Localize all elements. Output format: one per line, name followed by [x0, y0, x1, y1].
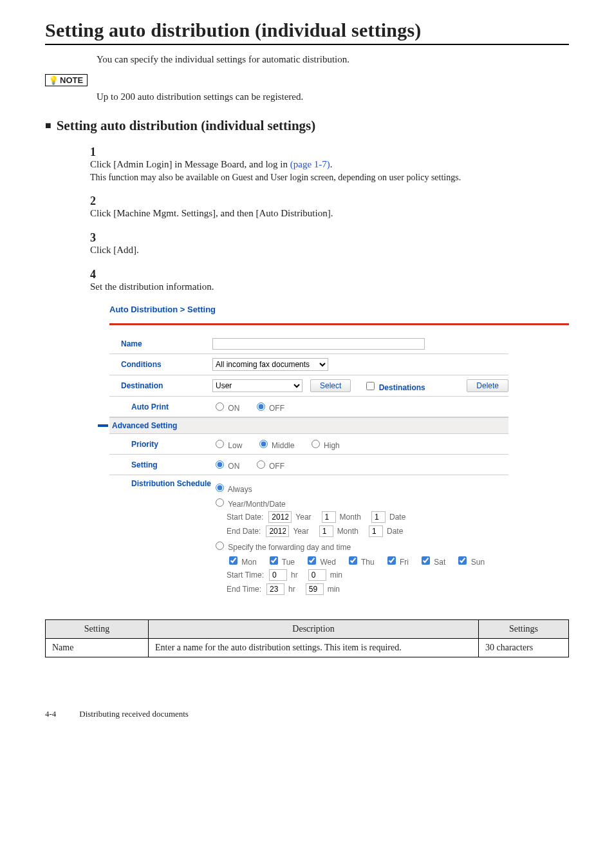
note-label: NOTE — [60, 75, 83, 85]
collapse-icon[interactable] — [98, 424, 108, 427]
delete-button[interactable]: Delete — [467, 379, 508, 392]
breadcrumb: Auto Distribution > Setting — [109, 305, 569, 314]
cell-description: Enter a name for the auto distribution s… — [149, 639, 479, 657]
page-number: 4-4 — [45, 709, 77, 719]
low-label: Low — [228, 441, 242, 450]
auto-distribution-form: Auto Distribution > Setting Name Conditi… — [109, 305, 569, 601]
day-thu-checkbox[interactable] — [349, 556, 357, 565]
step-1: 1 Click [Admin Login] in Message Board, … — [90, 146, 569, 183]
sun-label: Sun — [471, 558, 485, 567]
row-setting: Setting ON OFF — [109, 455, 508, 475]
off-label: OFF — [269, 404, 284, 413]
end-day-input[interactable] — [369, 525, 383, 537]
conditions-select[interactable]: All incoming fax documents — [212, 358, 328, 371]
ymd-label: Year/Month/Date — [228, 500, 286, 509]
th-settings: Settings — [479, 620, 569, 639]
page-ref-link[interactable]: (page 1-7) — [290, 159, 330, 169]
label-schedule: Distribution Schedule — [109, 479, 212, 488]
th-description: Description — [149, 620, 479, 639]
schedule-always-radio[interactable] — [216, 484, 224, 492]
label-destination: Destination — [109, 381, 212, 390]
row-priority: Priority Low Middle High — [109, 434, 508, 455]
destination-select[interactable]: User — [212, 379, 302, 392]
label-advanced: Advanced Setting — [112, 421, 177, 430]
step-3: 3 Click [Add]. — [90, 231, 569, 256]
section-heading: ■Setting auto distribution (individual s… — [45, 118, 569, 134]
year-unit: Year — [295, 513, 311, 522]
middle-label: Middle — [272, 441, 294, 450]
end-date-label: End Date: — [227, 527, 261, 536]
label-priority: Priority — [109, 440, 212, 449]
day-tue-checkbox[interactable] — [270, 556, 278, 565]
label-setting: Setting — [109, 460, 212, 469]
on-label: ON — [228, 462, 239, 471]
page-footer: 4-4 Distributing received documents — [45, 709, 569, 719]
step-number: 4 — [90, 268, 106, 281]
note-body: Up to 200 auto distribution settings can… — [97, 91, 569, 102]
priority-low-radio[interactable] — [216, 440, 224, 448]
settings-table: Setting Description Settings Name Enter … — [45, 619, 569, 657]
schedule-ymd-radio[interactable] — [216, 498, 224, 507]
date-unit: Date — [389, 513, 405, 522]
hr-unit: hr — [291, 571, 298, 580]
page-title: Setting auto distribution (individual se… — [45, 19, 569, 41]
start-month-input[interactable] — [322, 511, 336, 523]
label-conditions: Conditions — [109, 360, 212, 369]
day-mon-checkbox[interactable] — [229, 556, 237, 565]
end-min-input[interactable] — [306, 583, 324, 595]
row-advanced-header[interactable]: Advanced Setting — [109, 417, 508, 434]
name-input[interactable] — [212, 338, 425, 350]
step-3-text: Click [Add]. — [90, 245, 566, 256]
schedule-specify-radio[interactable] — [216, 542, 224, 550]
label-auto-print: Auto Print — [109, 402, 212, 411]
row-conditions: Conditions All incoming fax documents — [109, 354, 508, 375]
red-divider — [109, 323, 569, 325]
section-bullet-icon: ■ — [45, 120, 51, 131]
title-rule — [45, 44, 569, 45]
start-year-input[interactable] — [268, 511, 292, 523]
select-button[interactable]: Select — [310, 379, 351, 392]
step-2: 2 Click [Machine Mgmt. Settings], and th… — [90, 194, 569, 220]
day-sat-checkbox[interactable] — [422, 556, 430, 565]
th-setting: Setting — [46, 620, 149, 639]
end-month-input[interactable] — [319, 525, 333, 537]
end-hr-input[interactable] — [266, 583, 284, 595]
section-heading-text: Setting auto distribution (individual se… — [57, 118, 316, 133]
destinations-label: Destinations — [379, 383, 425, 392]
end-time-label: End Time: — [227, 585, 261, 594]
mon-label: Mon — [241, 558, 256, 567]
day-fri-checkbox[interactable] — [387, 556, 396, 565]
start-min-input[interactable] — [308, 569, 326, 581]
start-hr-input[interactable] — [269, 569, 287, 581]
always-label: Always — [228, 485, 252, 494]
on-label: ON — [228, 404, 239, 413]
end-year-input[interactable] — [266, 525, 289, 537]
min-unit: min — [330, 571, 342, 580]
autoprint-on-radio[interactable] — [216, 402, 224, 411]
priority-middle-radio[interactable] — [259, 440, 268, 448]
step-number: 2 — [90, 194, 106, 208]
step-2-text: Click [Machine Mgmt. Settings], and then… — [90, 208, 566, 219]
start-date-label: Start Date: — [227, 513, 263, 522]
hr-unit: hr — [288, 585, 295, 594]
intro-text: You can specify the individual settings … — [97, 54, 569, 65]
priority-high-radio[interactable] — [312, 440, 320, 448]
step-1-subtext: This function may also be available on G… — [90, 173, 566, 183]
day-sun-checkbox[interactable] — [458, 556, 467, 565]
specify-label: Specify the forwarding day and time — [228, 543, 351, 552]
step-number: 1 — [90, 146, 106, 159]
note-badge: 💡NOTE — [45, 74, 88, 86]
row-destination: Destination User Select Destinations Del… — [109, 375, 508, 397]
wed-label: Wed — [320, 558, 335, 567]
cell-limits: 30 characters — [479, 639, 569, 657]
start-day-input[interactable] — [371, 511, 386, 523]
sat-label: Sat — [434, 558, 445, 567]
setting-on-radio[interactable] — [216, 460, 224, 469]
destinations-checkbox[interactable] — [366, 382, 375, 390]
setting-off-radio[interactable] — [257, 460, 265, 469]
thu-label: Thu — [361, 558, 375, 567]
step-number: 3 — [90, 231, 106, 245]
day-wed-checkbox[interactable] — [308, 556, 316, 565]
month-unit: Month — [340, 513, 361, 522]
autoprint-off-radio[interactable] — [257, 402, 265, 411]
